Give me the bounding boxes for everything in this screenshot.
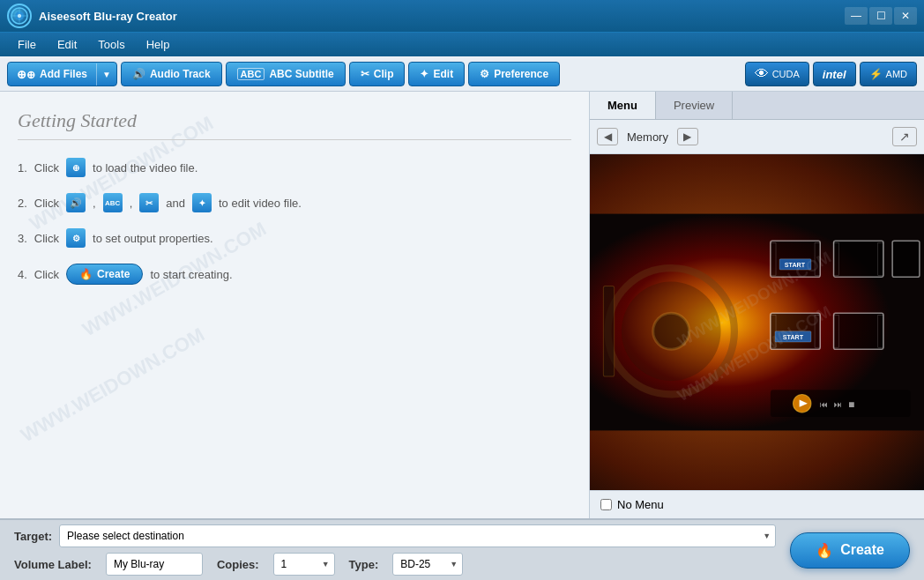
audio-track-button[interactable]: 🔊 Audio Track [121,62,222,86]
minimize-button[interactable]: — [845,7,868,25]
scissors-step-icon: ✂ [139,193,159,212]
volume-label: Volume Label: [14,558,92,571]
bottom-bar: Target: Please select destination Volume… [0,518,924,580]
step-1-num: 1. [18,161,27,175]
svg-text:⏹: ⏹ [847,400,855,409]
step-2: 2. Click 🔊 , ABC , ✂ and ✦ to edit video… [18,193,571,212]
clip-button[interactable]: ✂ Clip [349,62,406,86]
cuda-button[interactable]: 👁 CUDA [745,62,809,86]
clip-label: Clip [374,68,394,80]
step-3-num: 3. [18,232,27,245]
create-button[interactable]: 🔥 Create [790,532,910,569]
abc-subtitle-button[interactable]: ABC ABC Subtitle [226,62,346,86]
volume-input[interactable] [106,553,203,576]
edit-step-icon: ✦ [192,193,212,212]
tab-bar: Menu Preview [590,92,924,120]
export-button[interactable]: ↗ [892,127,917,146]
menu-file[interactable]: File [7,34,47,55]
restore-button[interactable]: ☐ [869,7,892,25]
menu-help[interactable]: Help [136,34,181,55]
intel-icon: intel [823,68,846,81]
type-label: Type: [349,558,379,571]
add-files-button[interactable]: ⊕ Add Files ▼ [7,62,117,86]
getting-started: Getting Started 1. Click ⊕ to load the v… [18,109,571,285]
toolbar: ⊕ Add Files ▼ 🔊 Audio Track ABC ABC Subt… [0,56,924,92]
step-2-comma2: , [130,197,133,210]
target-select[interactable]: Please select destination [59,524,776,547]
step-1-post: to load the video file. [93,161,197,175]
add-files-label: Add Files [40,68,87,80]
window-controls: — ☐ ✕ [845,7,917,25]
nav-next[interactable]: ▶ [677,128,698,145]
cuda-label: CUDA [772,69,800,79]
preview-visual: START START [590,154,924,490]
app-logo [7,4,32,28]
nav-bar: ◀ Memory ▶ ↗ [590,120,924,154]
create-step-icon: 🔥 [79,268,93,280]
type-select-wrapper: BD-25 BD-50 BDMV [392,553,463,576]
intel-button[interactable]: intel [813,62,856,86]
getting-started-title: Getting Started [18,109,571,140]
step-2-num: 2. [18,197,27,210]
edit-label: Edit [433,68,453,80]
create-label: Create [840,542,884,558]
target-select-wrapper: Please select destination [59,524,776,547]
audio-track-label: Audio Track [150,68,211,80]
memory-label: Memory [627,130,668,144]
scissors-icon: ✂ [361,68,369,80]
close-button[interactable]: ✕ [894,7,917,25]
svg-rect-12 [892,241,920,277]
create-fire-icon: 🔥 [816,542,833,559]
step-4-num: 4. [18,268,27,281]
svg-rect-18 [834,313,883,349]
step-1: 1. Click ⊕ to load the video file. [18,158,571,177]
target-row: Target: Please select destination [14,524,776,547]
copies-select-wrapper: 1 2 3 [273,553,335,576]
audio-icon: 🔊 [132,68,145,80]
load-icon: ⊕ [66,158,86,177]
cuda-icon: 👁 [755,66,769,82]
no-menu-bar: No Menu [590,490,924,518]
amd-label: AMD [886,69,907,79]
add-files-dropdown[interactable]: ▼ [97,65,116,84]
preview-image: START START [590,154,924,490]
step-4: 4. Click 🔥 Create to start creating. [18,264,571,285]
type-select[interactable]: BD-25 BD-50 BDMV [392,553,463,576]
create-step-btn: 🔥 Create [66,264,143,285]
menu-tools[interactable]: Tools [87,34,135,55]
no-menu-label: No Menu [617,498,664,511]
amd-icon: ⚡ [869,68,883,80]
step-2-post: to edit video file. [219,197,302,210]
svg-text:⏭: ⏭ [834,400,842,409]
menu-edit[interactable]: Edit [47,34,87,55]
step-4-post: to start creating. [150,268,232,281]
svg-text:⏮: ⏮ [820,400,828,409]
gear-icon: ⚙ [480,68,489,80]
edit-button[interactable]: ✦ Edit [408,62,465,86]
left-panel: WWW.WEIDOWN.COM WWW.WEIDOWN.COM WWW.WEID… [0,92,589,518]
watermark-3: WWW.WEIDOWN.COM [17,323,208,447]
abc-subtitle-label: ABC Subtitle [269,68,333,80]
create-step-label: Create [97,268,130,280]
app-title: Aiseesoft Blu-ray Creator [39,10,845,23]
tab-menu[interactable]: Menu [590,92,656,119]
step-4-pre: Click [34,268,59,281]
copies-label: Copies: [217,558,259,571]
preview-area: START START [590,154,924,490]
step-3-pre: Click [34,232,59,245]
audio-step-icon: 🔊 [66,193,86,212]
add-icon: ⊕ [17,68,35,81]
step-2-comma: , [93,197,96,210]
pref-step-icon: ⚙ [66,228,86,248]
nav-prev[interactable]: ◀ [597,128,618,145]
tab-preview[interactable]: Preview [656,92,733,119]
right-panel: Menu Preview ◀ Memory ▶ ↗ [589,92,924,518]
copies-select[interactable]: 1 2 3 [273,553,335,576]
title-bar: Aiseesoft Blu-ray Creator — ☐ ✕ [0,0,924,32]
main-area: WWW.WEIDOWN.COM WWW.WEIDOWN.COM WWW.WEID… [0,92,924,518]
abc-step-icon: ABC [103,193,123,212]
amd-button[interactable]: ⚡ AMD [860,62,917,86]
preference-button[interactable]: ⚙ Preference [468,62,560,86]
edit-icon: ✦ [420,68,428,80]
no-menu-checkbox[interactable] [600,499,612,510]
